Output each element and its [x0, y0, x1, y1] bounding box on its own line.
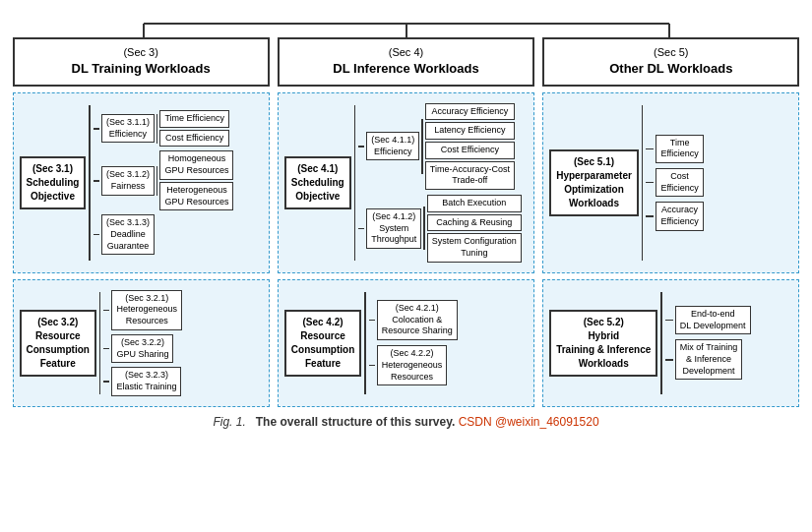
sec323-row: (Sec 3.2.3)Elastic Training: [103, 367, 262, 395]
sec51-leaf2-row: CostEfficiency: [646, 168, 792, 197]
sec313-group: (Sec 3.1.3)DeadlineGuarantee: [94, 214, 263, 255]
sec323-label: (Sec 3.2.3)Elastic Training: [111, 367, 181, 395]
sec31-label: (Sec 3.1)SchedulingObjective: [20, 156, 87, 209]
cell-sec51: (Sec 5.1)HyperparameterOptimizationWorkl…: [542, 92, 799, 273]
sec41-groups: (Sec 4.1.1)Efficiency Accuracy Efficienc…: [358, 99, 528, 266]
leaf-batch: Batch Execution: [427, 195, 522, 212]
sec421-row: (Sec 4.2.1)Colocation &Resource Sharing: [369, 300, 528, 340]
leaf-cost-eff: Cost Efficiency: [425, 142, 515, 159]
fig-label: Fig. 1.: [213, 415, 252, 429]
sec3-box: (Sec 3) DL Training Workloads: [13, 37, 270, 87]
caption-text: The overall structure of this survey.: [256, 415, 456, 429]
sec321-row: (Sec 3.2.1)HeterogeneousResources: [103, 290, 262, 330]
sec51-leaf3-row: AccuracyEfficiency: [646, 202, 792, 230]
sec5-title: Other DL Workloads: [548, 60, 793, 78]
cell-sec31: (Sec 3.1)SchedulingObjective (Sec 3.1.1)…: [13, 92, 270, 273]
sec412-leaves: Batch Execution Caching & Reusing System…: [427, 195, 522, 263]
cell-sec42: (Sec 4.2)ResourceConsumptionFeature (Sec…: [278, 279, 534, 407]
sec5-box: (Sec 5) Other DL Workloads: [542, 37, 799, 87]
sec322-label: (Sec 3.2.2)GPU Sharing: [111, 334, 173, 363]
sec313-label: (Sec 3.1.3)DeadlineGuarantee: [101, 214, 155, 255]
sec52-label: (Sec 5.2)HybridTraining & InferenceWorkl…: [549, 310, 657, 377]
main-grid: (Sec 3.1)SchedulingObjective (Sec 3.1.1)…: [13, 92, 800, 407]
sec4-num: (Sec 4): [283, 45, 529, 60]
sec411-leaves: Accuracy Efficiency Latency Efficiency C…: [425, 103, 515, 190]
caption: Fig. 1. The overall structure of this su…: [13, 415, 800, 429]
cell-sec52: (Sec 5.2)HybridTraining & InferenceWorkl…: [542, 279, 799, 407]
sec411-group: (Sec 4.1.1)Efficiency Accuracy Efficienc…: [358, 103, 528, 190]
leaf-cost-efficiency: Cost Efficiency: [159, 130, 229, 148]
sec52-leaf2-row: Mix of Training& InferenceDevelopment: [665, 339, 793, 380]
sec312-group: (Sec 3.1.2)Fairness HomogeneousGPU Resou…: [94, 150, 263, 210]
leaf-homogeneous: HomogeneousGPU Resources: [159, 150, 233, 179]
top-sections: (Sec 3) DL Training Workloads (Sec 4) DL…: [13, 37, 800, 87]
leaf-accuracy-eff-51: AccuracyEfficiency: [656, 202, 703, 230]
sec412-group: (Sec 4.1.2)SystemThroughput Batch Execut…: [358, 195, 528, 263]
cell-sec41: (Sec 4.1)SchedulingObjective (Sec 4.1.1)…: [278, 92, 534, 273]
sec4-title: DL Inference Workloads: [283, 60, 529, 78]
diagram-container: (Sec 3) DL Training Workloads (Sec 4) DL…: [13, 10, 800, 429]
sec412-label: (Sec 4.1.2)SystemThroughput: [366, 208, 421, 249]
leaf-caching: Caching & Reusing: [427, 214, 522, 232]
sec32-label: (Sec 3.2)ResourceConsumptionFeature: [20, 310, 96, 377]
sec311-label: (Sec 3.1.1)Efficiency: [101, 114, 155, 143]
sec422-row: (Sec 4.2.2)HeterogeneousResources: [369, 345, 528, 385]
cell-sec32: (Sec 3.2)ResourceConsumptionFeature (Sec…: [13, 279, 270, 407]
sec3-title: DL Training Workloads: [19, 60, 264, 78]
leaf-sys-config: System ConfigurationTuning: [427, 233, 522, 262]
sec42-label: (Sec 4.2)ResourceConsumptionFeature: [284, 310, 361, 377]
sec422-label: (Sec 4.2.2)HeterogeneousResources: [377, 345, 448, 385]
sec31-groups: (Sec 3.1.1)Efficiency Time Efficiency Co…: [94, 106, 263, 259]
leaf-accuracy-eff: Accuracy Efficiency: [425, 103, 515, 121]
sec311-leaves: Time Efficiency Cost Efficiency: [159, 110, 229, 147]
sec52-leaf1-row: End-to-endDL Development: [665, 306, 793, 334]
sec3-num: (Sec 3): [19, 45, 264, 60]
sec4-box: (Sec 4) DL Inference Workloads: [278, 37, 534, 87]
leaf-heterogeneous: HeterogeneousGPU Resources: [159, 182, 233, 210]
leaf-e2e: End-to-endDL Development: [675, 306, 751, 334]
source-label: CSDN @weixin_46091520: [459, 415, 599, 429]
row1: (Sec 3.1)SchedulingObjective (Sec 3.1.1)…: [13, 92, 800, 273]
row2: (Sec 3.2)ResourceConsumptionFeature (Sec…: [13, 279, 800, 407]
leaf-trade-off: Time-Accuracy-CostTrade-off: [425, 161, 515, 190]
sec311-group: (Sec 3.1.1)Efficiency Time Efficiency Co…: [94, 110, 263, 147]
sec42-groups: (Sec 4.2.1)Colocation &Resource Sharing …: [369, 296, 528, 389]
leaf-mix-training: Mix of Training& InferenceDevelopment: [675, 339, 743, 380]
sec32-groups: (Sec 3.2.1)HeterogeneousResources (Sec 3…: [103, 286, 262, 400]
sec52-leaves: End-to-endDL Development Mix of Training…: [665, 302, 793, 384]
sec41-label: (Sec 4.1)SchedulingObjective: [284, 156, 351, 209]
sec322-row: (Sec 3.2.2)GPU Sharing: [103, 334, 262, 363]
sec51-leaves: TimeEfficiency CostEfficiency AccuracyEf…: [646, 131, 792, 235]
sec51-leaf1-row: TimeEfficiency: [646, 135, 792, 163]
sec321-label: (Sec 3.2.1)HeterogeneousResources: [111, 290, 182, 330]
sec411-label: (Sec 4.1.1)Efficiency: [366, 132, 419, 160]
sec312-leaves: HomogeneousGPU Resources HeterogeneousGP…: [159, 150, 233, 210]
sec312-label: (Sec 3.1.2)Fairness: [101, 166, 155, 195]
sec5-num: (Sec 5): [548, 45, 793, 60]
leaf-latency-eff: Latency Efficiency: [425, 122, 515, 140]
sec51-label: (Sec 5.1)HyperparameterOptimizationWorkl…: [549, 149, 639, 216]
sec421-label: (Sec 4.2.1)Colocation &Resource Sharing: [377, 300, 458, 340]
leaf-cost-eff-51: CostEfficiency: [656, 168, 703, 197]
top-connector: [13, 10, 800, 37]
leaf-time-efficiency: Time Efficiency: [159, 110, 229, 128]
leaf-time-eff-51: TimeEfficiency: [656, 135, 703, 163]
